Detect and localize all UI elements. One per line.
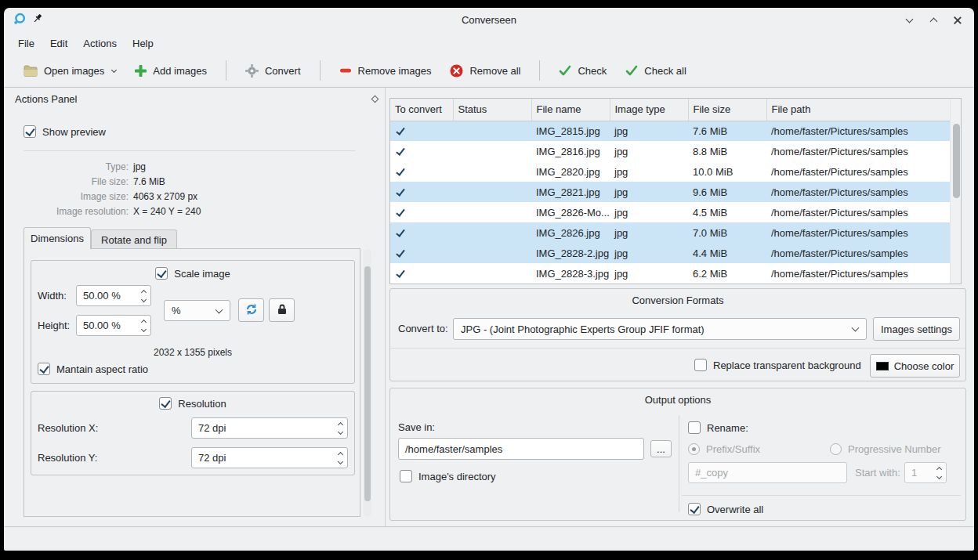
- image-type-cell[interactable]: jpg: [610, 161, 688, 182]
- show-preview-checkbox[interactable]: Show preview: [24, 125, 106, 138]
- to-convert-cell[interactable]: [390, 222, 453, 243]
- file-size-cell[interactable]: 6.2 MiB: [688, 263, 766, 284]
- column-header-file-size[interactable]: File size: [688, 99, 766, 121]
- column-header-status[interactable]: Status: [453, 99, 531, 121]
- rename-pattern-input[interactable]: #_copy: [688, 462, 847, 483]
- image-type-cell[interactable]: jpg: [610, 141, 688, 161]
- file-row[interactable]: IMG_2828-3.jpgjpg6.2 MiB/home/faster/Pic…: [390, 263, 951, 284]
- spinner-arrows-icon[interactable]: [339, 453, 342, 464]
- file-path-cell[interactable]: /home/faster/Pictures/samples: [766, 263, 951, 284]
- status-cell[interactable]: [453, 243, 531, 263]
- spinner-arrows-icon[interactable]: [142, 291, 146, 302]
- file-row[interactable]: IMG_2826-Mo...jpg4.5 MiB/home/faster/Pic…: [390, 202, 951, 222]
- menu-actions[interactable]: Actions: [75, 33, 125, 54]
- close-button[interactable]: [952, 15, 963, 26]
- column-header-file-name[interactable]: File name: [531, 99, 610, 121]
- status-cell[interactable]: [453, 161, 531, 182]
- resolution-checkbox[interactable]: Resolution: [31, 397, 354, 410]
- to-convert-cell[interactable]: [390, 121, 453, 141]
- file-row[interactable]: IMG_2816.jpgjpg8.8 MiB/home/faster/Pictu…: [390, 141, 951, 161]
- menu-help[interactable]: Help: [125, 33, 161, 54]
- image-type-cell[interactable]: jpg: [610, 202, 688, 222]
- rename-checkbox[interactable]: Rename:: [688, 421, 748, 434]
- reset-size-button[interactable]: [238, 298, 264, 322]
- file-size-cell[interactable]: 7.6 MiB: [688, 121, 766, 141]
- maximize-button[interactable]: [928, 15, 939, 26]
- file-row[interactable]: IMG_2820.jpgjpg10.0 MiB/home/faster/Pict…: [390, 161, 951, 182]
- file-name-cell[interactable]: IMG_2816.jpg: [531, 141, 610, 161]
- file-path-cell[interactable]: /home/faster/Pictures/samples: [766, 222, 951, 243]
- spinner-arrows-icon[interactable]: [142, 320, 146, 331]
- scrollbar-handle[interactable]: [953, 124, 960, 198]
- file-size-cell[interactable]: 4.5 MiB: [688, 202, 766, 222]
- to-convert-cell[interactable]: [390, 243, 453, 263]
- lock-aspect-button[interactable]: [269, 298, 295, 322]
- file-row[interactable]: IMG_2815.jpgjpg7.6 MiB/home/faster/Pictu…: [390, 121, 951, 141]
- column-header-to-convert[interactable]: To convert: [390, 99, 453, 121]
- open-images-button[interactable]: Open images: [16, 60, 123, 81]
- to-convert-cell[interactable]: [390, 202, 453, 222]
- file-name-cell[interactable]: IMG_2820.jpg: [531, 161, 610, 182]
- column-header-image-type[interactable]: Image type: [610, 99, 688, 121]
- minimize-button[interactable]: [904, 15, 915, 26]
- images-settings-button[interactable]: Images settings: [873, 317, 960, 341]
- resolution-y-spinbox[interactable]: 72 dpi: [191, 447, 348, 468]
- titlebar[interactable]: Converseen: [4, 8, 974, 33]
- column-header-file-path[interactable]: File path: [766, 99, 951, 121]
- prefix-suffix-radio[interactable]: Prefix/Suffix: [688, 443, 760, 455]
- file-name-cell[interactable]: IMG_2828-2.jpg: [531, 243, 610, 263]
- file-path-cell[interactable]: /home/faster/Pictures/samples: [766, 202, 951, 222]
- status-cell[interactable]: [453, 202, 531, 222]
- to-convert-cell[interactable]: [390, 161, 453, 182]
- file-name-cell[interactable]: IMG_2815.jpg: [531, 121, 610, 141]
- unit-dropdown[interactable]: %: [164, 300, 230, 321]
- height-spinbox[interactable]: 50.00 %: [76, 315, 151, 336]
- file-row[interactable]: IMG_2826.jpgjpg7.0 MiB/home/faster/Pictu…: [390, 222, 951, 243]
- check-all-button[interactable]: Check all: [618, 60, 693, 81]
- file-size-cell[interactable]: 8.8 MiB: [688, 141, 766, 161]
- status-cell[interactable]: [453, 182, 531, 202]
- file-size-cell[interactable]: 4.4 MiB: [688, 243, 766, 263]
- spinner-arrows-icon[interactable]: [937, 468, 941, 479]
- file-path-cell[interactable]: /home/faster/Pictures/samples: [766, 121, 951, 141]
- file-size-cell[interactable]: 10.0 MiB: [688, 161, 766, 182]
- float-panel-button[interactable]: [371, 96, 379, 103]
- image-type-cell[interactable]: jpg: [610, 182, 688, 202]
- file-name-cell[interactable]: IMG_2821.jpg: [531, 182, 610, 202]
- status-cell[interactable]: [453, 121, 531, 141]
- maintain-aspect-checkbox[interactable]: Mantain aspect ratio: [38, 363, 148, 375]
- file-name-cell[interactable]: IMG_2828-3.jpg: [531, 263, 610, 284]
- remove-images-button[interactable]: Remove images: [332, 60, 439, 81]
- image-type-cell[interactable]: jpg: [610, 121, 688, 141]
- image-type-cell[interactable]: jpg: [610, 263, 688, 284]
- file-row[interactable]: IMG_2828-2.jpgjpg4.4 MiB/home/faster/Pic…: [390, 243, 951, 263]
- to-convert-cell[interactable]: [390, 263, 453, 284]
- splitter[interactable]: [385, 88, 386, 526]
- file-name-cell[interactable]: IMG_2826.jpg: [531, 222, 610, 243]
- panel-scrollbar[interactable]: [364, 249, 371, 517]
- table-scrollbar[interactable]: [950, 99, 961, 284]
- resolution-x-spinbox[interactable]: 72 dpi: [191, 417, 348, 439]
- tab-rotate-and-flip[interactable]: Rotate and flip: [91, 229, 177, 249]
- file-path-cell[interactable]: /home/faster/Pictures/samples: [766, 141, 951, 161]
- status-cell[interactable]: [453, 263, 531, 284]
- file-name-cell[interactable]: IMG_2826-Mo...: [531, 202, 610, 222]
- check-button[interactable]: Check: [552, 60, 614, 81]
- start-with-spinbox[interactable]: 1: [904, 462, 947, 483]
- file-path-cell[interactable]: /home/faster/Pictures/samples: [766, 161, 951, 182]
- choose-color-button[interactable]: Choose color: [870, 354, 960, 378]
- file-row[interactable]: IMG_2821.jpgjpg9.6 MiB/home/faster/Pictu…: [390, 182, 951, 202]
- overwrite-all-checkbox[interactable]: Overwrite all: [688, 503, 763, 515]
- menu-file[interactable]: File: [10, 33, 42, 54]
- image-type-cell[interactable]: jpg: [610, 222, 688, 243]
- convert-button[interactable]: Convert: [238, 60, 308, 82]
- scrollbar-handle[interactable]: [364, 266, 371, 501]
- replace-background-checkbox[interactable]: Replace transparent background: [694, 359, 861, 371]
- image-directory-checkbox[interactable]: Image's directory: [400, 470, 496, 482]
- to-convert-cell[interactable]: [390, 141, 453, 161]
- file-size-cell[interactable]: 9.6 MiB: [688, 182, 766, 202]
- browse-button[interactable]: ...: [650, 440, 672, 457]
- tab-dimensions[interactable]: Dimensions: [24, 227, 91, 249]
- file-path-cell[interactable]: /home/faster/Pictures/samples: [766, 182, 951, 202]
- format-dropdown[interactable]: JPG - (Joint Photographic Experts Group …: [453, 318, 867, 340]
